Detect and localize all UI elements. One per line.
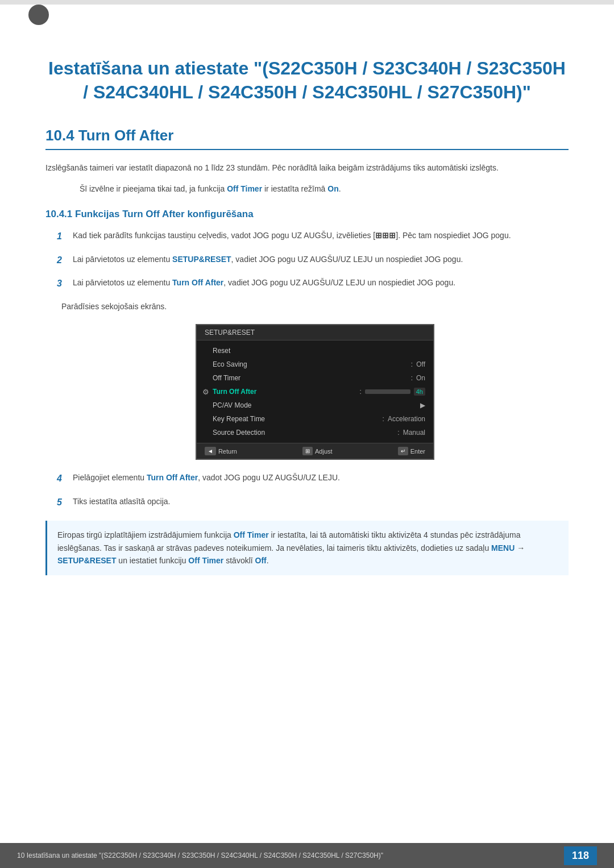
step-2-mid: , vadiet JOG pogu UZ AUGŠU/UZ LEJU un no… (231, 255, 463, 264)
step-4-num: 4 (57, 471, 73, 486)
note-end: . (339, 184, 341, 193)
footer-return: ◄ Return (205, 447, 237, 455)
screen-footer: ◄ Return ⊞ Adjust ↵ Enter (197, 443, 433, 459)
note-inline-before: Šī izvēlne ir pieejama tikai tad, ja fun… (80, 184, 225, 193)
step-3-num: 3 (57, 276, 73, 291)
step-3-mid: , vadiet JOG pogu UZ AUGŠU/UZ LEJU un no… (223, 278, 455, 287)
step-2-before: Lai pārvietotos uz elementu (73, 255, 172, 264)
section-number: 10.4 (45, 127, 74, 144)
step-3-bold: Turn Off After (172, 278, 223, 287)
footer-text: 10 Iestatīšana un atiestate "(S22C350H /… (17, 852, 383, 859)
note-inline-mid: ir iestatīta režīmā (264, 184, 325, 193)
note-bottom-bold4: Off Timer (188, 556, 223, 565)
step-1: 1 Kad tiek parādīts funkcijas taustiņu c… (57, 229, 569, 244)
page-main-title: Iestatīšana un atiestate "(S22C350H / S2… (45, 57, 569, 104)
adjust-icon: ⊞ (302, 447, 313, 455)
step-5-content: Tiks iestatīta atlasītā opcija. (73, 495, 569, 508)
footer-enter: ↵ Enter (398, 447, 425, 455)
intro-paragraph: Izslēgšanās taimeri var iestatīt diapazo… (45, 161, 569, 174)
row-turnoffafter-value: 4h (365, 388, 425, 396)
step-2: 2 Lai pārvietotos uz elementu SETUP&RESE… (57, 253, 569, 268)
sub-section-number: 10.4.1 (45, 209, 72, 219)
step-3-content: Lai pārvietotos uz elementu Turn Off Aft… (73, 276, 569, 289)
step-4-bold: Turn Off After (147, 473, 198, 482)
row-turnoffafter-label: Turn Off After (213, 388, 356, 396)
row-sourcedet-value: Manual (403, 429, 425, 437)
section-header: 10.4 Turn Off After (45, 127, 569, 150)
step-1-icon: ⊞⊞⊞ (375, 231, 396, 240)
step-2-bold: SETUP&RESET (172, 255, 231, 264)
return-icon: ◄ (205, 447, 216, 455)
enter-icon: ↵ (398, 447, 408, 455)
top-decoration (0, 0, 614, 5)
step-5: 5 Tiks iestatīta atlasītā opcija. (57, 495, 569, 510)
pcav-arrow-icon: ▶ (420, 401, 425, 409)
step-2-num: 2 (57, 253, 73, 268)
enter-label: Enter (410, 448, 425, 455)
step-1-text-after: ]. Pēc tam nospiediet JOG pogu. (396, 231, 511, 240)
note-bottom-bold5: Off (255, 556, 267, 565)
note-bottom-bold1: Off Timer (234, 530, 269, 539)
row-pcav-label: PC/AV Mode (213, 401, 420, 409)
steps-list: 1 Kad tiek parādīts funkcijas taustiņu c… (57, 229, 569, 291)
row-eco-label: Eco Saving (213, 360, 408, 368)
monitor-screen: SETUP&RESET Reset Eco Saving : Off Off T… (196, 324, 434, 460)
screen-title: SETUP&RESET (197, 325, 433, 340)
note-bottom-text1: Eiropas tirgū izplatītājiem izstrādājumi… (57, 530, 234, 539)
row-eco-saving: Eco Saving : Off (197, 358, 433, 371)
row-turn-off-after: ⚙ Turn Off After : 4h (197, 385, 433, 398)
gear-indicator-icon: ⚙ (202, 388, 209, 396)
note-bottom-text5: . (267, 556, 269, 565)
screen-container: SETUP&RESET Reset Eco Saving : Off Off T… (61, 324, 569, 460)
step-4-after: , vadot JOG pogu UZ AUGŠU/UZ LEJU. (198, 473, 340, 482)
note-bottom-text3: un iestatiet funkciju (116, 556, 188, 565)
note-bottom-bold3: SETUP&RESET (57, 556, 116, 565)
sub-section-title: Funkcijas Turn Off After konfigurēšana (75, 209, 254, 219)
step-3-before: Lai pārvietotos uz elementu (73, 278, 172, 287)
step-3: 3 Lai pārvietotos uz elementu Turn Off A… (57, 276, 569, 291)
row-source-detection: Source Detection : Manual (197, 426, 433, 439)
step-2-content: Lai pārvietotos uz elementu SETUP&RESET,… (73, 253, 569, 265)
screen-rows: Reset Eco Saving : Off Off Timer : On ⚙ … (197, 340, 433, 443)
row-offtimer-label: Off Timer (213, 374, 408, 382)
row-keyrepeat-value: Acceleration (388, 415, 425, 423)
note-inline-text: Šī izvēlne ir pieejama tikai tad, ja fun… (80, 182, 569, 195)
step-1-num: 1 (57, 229, 73, 244)
note-off-timer: Off Timer (227, 184, 262, 193)
footer-adjust: ⊞ Adjust (302, 447, 333, 455)
row-pcav-mode: PC/AV Mode ▶ (197, 398, 433, 412)
row-key-repeat: Key Repeat Time : Acceleration (197, 412, 433, 426)
note-bottom-bold2: MENU (491, 543, 515, 553)
row-off-timer: Off Timer : On (197, 371, 433, 385)
progress-bar-label: 4h (414, 388, 425, 396)
note-arrow: → (515, 543, 525, 553)
return-label: Return (218, 448, 237, 455)
top-circle-decoration (28, 5, 49, 25)
bottom-note-box: Eiropas tirgū izplatītājiem izstrādājumi… (45, 521, 569, 575)
progress-bar-track (365, 389, 410, 394)
row-eco-value: Off (416, 360, 425, 368)
row-reset-label: Reset (213, 347, 425, 355)
page-number: 118 (564, 846, 597, 865)
row-keyrepeat-label: Key Repeat Time (213, 415, 379, 423)
row-reset: Reset (197, 344, 433, 358)
step-5-num: 5 (57, 495, 73, 510)
screen-appears-text: Parādīsies sekojošais ekrāns. (61, 300, 569, 313)
sub-section-header: 10.4.1 Funkcijas Turn Off After konfigur… (45, 209, 569, 220)
steps-after-list: 4 Pielāgojiet elementu Turn Off After, v… (57, 471, 569, 509)
step-1-content: Kad tiek parādīts funkcijas taustiņu ceļ… (73, 229, 569, 242)
note-bottom-text4: stāvoklī (223, 556, 255, 565)
page-footer: 10 Iestatīšana un atiestate "(S22C350H /… (0, 843, 614, 868)
step-1-text-before: Kad tiek parādīts funkcijas taustiņu ceļ… (73, 231, 375, 240)
step-4-before: Pielāgojiet elementu (73, 473, 147, 482)
step-4: 4 Pielāgojiet elementu Turn Off After, v… (57, 471, 569, 486)
note-on: On (327, 184, 338, 193)
row-offtimer-value: On (416, 374, 425, 382)
section-title: Turn Off After (78, 127, 174, 144)
step-4-content: Pielāgojiet elementu Turn Off After, vad… (73, 471, 569, 484)
adjust-label: Adjust (315, 448, 333, 455)
row-sourcedet-label: Source Detection (213, 429, 394, 437)
